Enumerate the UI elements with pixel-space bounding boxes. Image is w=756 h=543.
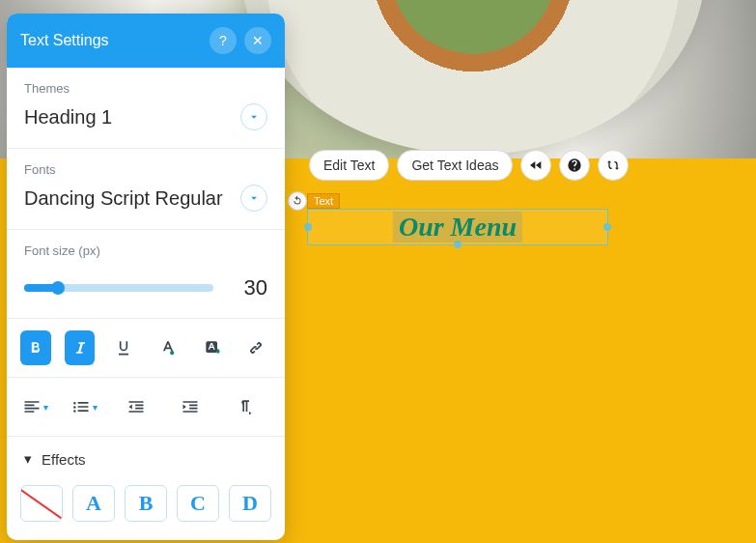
stretch-button[interactable] [598,150,629,181]
text-color-icon [158,338,178,357]
link-button[interactable] [240,330,271,365]
effect-b[interactable]: B [125,485,167,522]
italic-icon [70,338,90,357]
animations-button[interactable] [520,150,551,181]
theme-value: Heading 1 [24,106,112,129]
panel-help-button[interactable]: ? [210,27,237,54]
chevron-down-icon: ▾ [93,402,98,413]
italic-button[interactable] [65,330,96,365]
bold-button[interactable] [20,330,51,365]
element-type-tag: Text [307,193,340,209]
text-settings-panel: Text Settings ? ✕ Themes Heading 1 Fonts… [7,14,285,540]
outdent-button[interactable] [119,389,154,424]
underline-icon [114,338,133,357]
text-direction-button[interactable] [227,389,262,424]
highlight-button[interactable] [197,330,228,365]
question-icon [567,157,582,173]
resize-handle-right[interactable] [603,223,611,231]
indent-icon [181,397,200,416]
effects-toggle[interactable]: ▾ Effects [24,450,267,468]
selection-toolbar: Edit Text Get Text Ideas [309,150,629,181]
effect-a[interactable]: A [72,485,115,522]
effects-options: A B C D [7,473,285,522]
rewind-icon [528,157,544,173]
fontsize-label: Font size (px) [24,243,267,258]
panel-header: Text Settings ? ✕ [7,14,285,68]
edit-text-button[interactable]: Edit Text [309,150,389,181]
font-value: Dancing Script Regular [24,187,223,210]
themes-section: Themes Heading 1 [7,68,285,149]
link-icon [246,338,266,357]
chevron-down-icon [247,110,261,124]
fontsize-slider[interactable] [24,284,213,292]
fontsize-section: Font size (px) 30 [7,230,285,319]
themes-label: Themes [24,81,267,96]
chevron-down-icon [247,191,261,205]
list-button[interactable]: ▾ [70,389,99,424]
font-dropdown-button[interactable] [240,185,267,212]
bullet-list-icon [71,397,91,416]
resize-handle-left[interactable] [304,223,312,231]
panel-title: Text Settings [20,32,109,49]
align-button[interactable]: ▾ [20,389,50,424]
effect-d[interactable]: D [229,485,271,522]
bold-icon [26,338,45,357]
paragraph-toolbar: ▾ ▾ [7,378,285,437]
outdent-icon [126,397,146,416]
get-text-ideas-button[interactable]: Get Text Ideas [397,150,513,181]
fonts-section: Fonts Dancing Script Regular [7,149,285,230]
effect-none[interactable] [20,485,63,522]
slider-thumb[interactable] [51,281,65,295]
theme-dropdown-button[interactable] [240,103,267,130]
effects-section: ▾ Effects [7,437,285,473]
chevron-down-icon: ▾ [43,402,48,413]
text-element[interactable]: Our Menu [393,212,522,243]
text-color-button[interactable] [153,330,183,365]
panel-close-button[interactable]: ✕ [244,27,271,54]
align-left-icon [22,397,42,416]
fonts-label: Fonts [24,162,267,177]
indent-button[interactable] [173,389,208,424]
selection-box[interactable]: Our Menu [307,209,608,245]
rtl-icon [235,397,254,416]
highlight-icon [203,338,222,357]
food-plate-illustration [241,0,705,155]
swap-icon [605,157,621,173]
effects-label: Effects [42,451,86,468]
format-toolbar [7,319,285,378]
underline-button[interactable] [108,330,139,365]
help-button[interactable] [559,150,590,181]
undo-button[interactable] [288,191,307,211]
undo-icon [292,195,303,207]
caret-down-icon: ▾ [24,450,32,468]
fontsize-value: 30 [229,275,267,300]
effect-c[interactable]: C [177,485,219,522]
